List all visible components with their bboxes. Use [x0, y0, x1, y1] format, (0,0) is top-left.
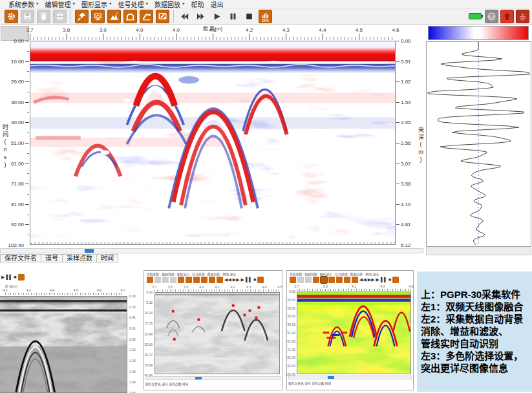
pause-button[interactable] — [226, 10, 240, 23]
menu-label: 数据回放 — [154, 0, 180, 9]
menu-item-data-replay[interactable]: 数据回放▾ — [151, 0, 188, 9]
stop-icon[interactable]: ■ — [253, 277, 256, 283]
x-tick-label: 4.5 — [356, 27, 363, 33]
x-tick-label: 4.5 — [74, 288, 78, 292]
pause-icon[interactable]: ▌▌ — [381, 277, 387, 283]
filter-icon[interactable] — [336, 277, 343, 283]
edit-clear-icon[interactable] — [217, 277, 223, 283]
play-button[interactable] — [210, 10, 224, 23]
chevron-down-icon: ▾ — [109, 1, 112, 6]
antenna-button[interactable] — [516, 10, 529, 23]
delete-button[interactable] — [37, 10, 50, 23]
mini-radargram-markers[interactable] — [154, 292, 280, 374]
status-tab[interactable]: 时间 — [97, 254, 118, 262]
radargram-canvas[interactable] — [30, 41, 396, 245]
pause-icon[interactable]: ▌▌ — [6, 274, 12, 281]
mini-scrollbar[interactable] — [288, 376, 412, 379]
display-button[interactable] — [91, 10, 105, 23]
curve-icon[interactable] — [344, 277, 350, 283]
fast-forward-icon[interactable]: ▶▶ — [233, 277, 240, 283]
y-axis-left-ruler — [25, 41, 29, 245]
gain-icon[interactable] — [328, 277, 335, 283]
pause-icon[interactable]: ▌▌ — [246, 277, 252, 283]
fast-forward-icon[interactable]: ▶▶ — [368, 277, 375, 283]
x-tick-label: 4.3 — [282, 27, 290, 33]
save-icon[interactable] — [297, 277, 304, 283]
mini-scrollbar-thumb[interactable] — [195, 377, 202, 379]
settings-button[interactable] — [5, 10, 18, 23]
gain-button[interactable]: G — [107, 10, 121, 23]
chevron-down-icon: ▾ — [36, 1, 39, 6]
x-tick-label: 4.4 — [319, 27, 326, 33]
status-tab[interactable]: 采样点数 — [63, 254, 97, 262]
x-tick-label: 3.8 — [63, 27, 70, 33]
gear-icon[interactable] — [147, 277, 153, 283]
marker-pin-button[interactable] — [75, 10, 89, 23]
save-button[interactable] — [21, 10, 34, 23]
status-tab[interactable]: 保存文件名 — [0, 254, 41, 262]
trash-icon[interactable] — [162, 277, 169, 283]
x-tick-label: 4.6 — [97, 288, 101, 292]
edit-clear-icon[interactable] — [352, 277, 358, 283]
stop-button[interactable] — [242, 10, 256, 23]
rewind-button[interactable] — [178, 10, 191, 23]
stop-icon[interactable]: ■ — [14, 274, 16, 281]
trash-icon[interactable] — [305, 277, 312, 283]
y-tick-label: 40.00 — [11, 120, 24, 125]
play-icon[interactable]: ▶ — [376, 277, 379, 283]
stop-icon[interactable]: ■ — [388, 277, 391, 283]
x-tick-label: 4.2 — [3, 288, 8, 292]
x-axis-ruler — [30, 34, 396, 40]
mini-scrollbar-thumb[interactable] — [328, 376, 334, 379]
menu-item-edit-manage[interactable]: 编辑管理▾ — [42, 0, 79, 9]
menu-item-signal-processing[interactable]: 信号处理▾ — [115, 0, 152, 9]
gauge-button[interactable] — [485, 10, 498, 23]
horizontal-scrollbar[interactable] — [0, 248, 423, 253]
gain-icon[interactable] — [193, 277, 200, 283]
filter-icon[interactable] — [201, 277, 207, 283]
y-tick-label: 61.00 — [11, 160, 24, 166]
gear-icon[interactable] — [290, 277, 296, 283]
menu-item-graph-display[interactable]: 图形显示▾ — [78, 0, 115, 9]
status-tab[interactable]: 道号 — [41, 254, 63, 262]
curve-icon[interactable] — [209, 277, 215, 283]
curve-button[interactable] — [140, 10, 153, 23]
circle-grid-icon[interactable] — [170, 277, 176, 283]
menu-item-help[interactable]: 帮助 — [188, 0, 207, 9]
window-button[interactable] — [53, 10, 67, 23]
y-tick-label: 0.82 — [129, 337, 136, 341]
mini-scrollbar[interactable] — [145, 376, 281, 380]
filter-button[interactable] — [123, 10, 137, 23]
mini-radargram-grayscale[interactable] — [0, 296, 127, 393]
clear-button[interactable] — [156, 10, 169, 23]
mini-window-fusion: ▶ ▌▌ ■ 距 离(m) 4.24.34.44.54.64.7 — [0, 271, 140, 393]
y-tick-label: 51.00 — [287, 331, 295, 335]
gps-icon[interactable] — [18, 274, 25, 281]
monitor-icon — [93, 12, 103, 21]
mini-radargram-color[interactable] — [297, 292, 411, 374]
y-axis-left-title: 时间(ns) — [1, 124, 10, 169]
y-tick-label: 61.00 — [287, 339, 295, 343]
menu-item-exit[interactable]: 退出 — [207, 0, 227, 9]
y-tick-label: 81.00 — [11, 201, 24, 207]
save-icon[interactable] — [154, 277, 161, 283]
pin-icon[interactable] — [313, 277, 319, 283]
play-icon[interactable]: ▶ — [241, 277, 244, 283]
monitor-icon[interactable] — [321, 277, 327, 283]
play-icon[interactable]: ▶ — [1, 274, 5, 281]
rewind-icon[interactable]: ◀◀ — [224, 277, 231, 283]
monitor-icon[interactable] — [186, 277, 192, 283]
rewind-icon[interactable]: ◀◀ — [359, 277, 367, 283]
gps-icon[interactable] — [257, 277, 264, 283]
y-tick-label: 0.51 — [401, 58, 411, 64]
gps-button[interactable]: GPS — [259, 10, 272, 23]
y-tick-label: 1.54 — [401, 99, 411, 105]
scrollbar-thumb[interactable] — [85, 249, 94, 253]
mini-y-left-labels: 0.005.1210.2415.3620.4825.6030.7235.8440… — [145, 292, 153, 376]
fast-forward-button[interactable] — [194, 10, 207, 23]
gps-icon[interactable] — [392, 277, 399, 283]
upload-button[interactable] — [500, 10, 514, 23]
y-tick-label: 30.72 — [144, 353, 153, 357]
pin-icon[interactable] — [178, 277, 184, 283]
menu-item-system-params[interactable]: 系统参数▾ — [5, 0, 42, 9]
